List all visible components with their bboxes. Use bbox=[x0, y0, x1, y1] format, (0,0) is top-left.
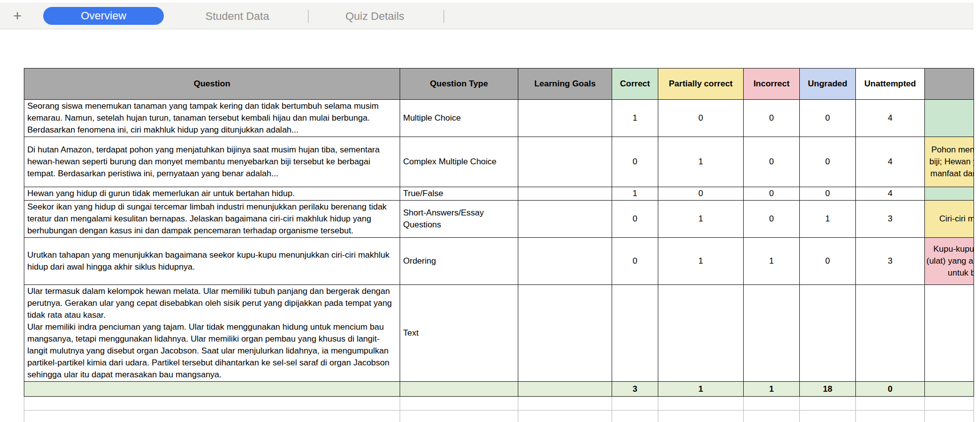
empty-cell[interactable] bbox=[612, 397, 658, 411]
partially-correct-cell[interactable]: 1 bbox=[658, 201, 744, 238]
correct-cell[interactable]: 1 bbox=[612, 187, 658, 201]
correct-cell[interactable] bbox=[612, 285, 658, 382]
note-cell[interactable]: Ciri-ciri ma bbox=[925, 201, 974, 238]
total-partially-cell[interactable]: 1 bbox=[658, 382, 744, 397]
correct-cell[interactable]: 1 bbox=[612, 100, 658, 137]
ungraded-cell[interactable]: 0 bbox=[800, 187, 856, 201]
empty-cell[interactable] bbox=[658, 411, 744, 422]
total-type-cell[interactable] bbox=[400, 382, 518, 397]
learning-goals-cell[interactable] bbox=[518, 238, 612, 285]
ungraded-cell[interactable]: 0 bbox=[800, 238, 856, 285]
empty-cell[interactable] bbox=[24, 411, 400, 422]
total-question-cell[interactable] bbox=[24, 382, 400, 397]
note-cell[interactable] bbox=[925, 100, 974, 137]
question-type-cell[interactable]: Multiple Choice bbox=[400, 100, 518, 137]
incorrect-cell[interactable]: 0 bbox=[744, 201, 800, 238]
learning-goals-cell[interactable] bbox=[518, 137, 612, 187]
table-row: Urutkan tahapan yang menunjukkan bagaima… bbox=[24, 238, 974, 285]
question-cell[interactable]: Seekor ikan yang hidup di sungai tercema… bbox=[24, 201, 400, 238]
header-question[interactable]: Question bbox=[24, 69, 400, 100]
empty-cell[interactable] bbox=[400, 397, 518, 411]
partially-correct-cell[interactable]: 0 bbox=[658, 187, 744, 201]
empty-cell[interactable] bbox=[925, 397, 974, 411]
note-cell[interactable]: Kupu-kupu d (ulat) yang ak untuk be bbox=[925, 238, 974, 285]
tab-quiz-details[interactable]: Quiz Details bbox=[341, 3, 410, 29]
quiz-overview-table: Question Question Type Learning Goals Co… bbox=[24, 68, 974, 422]
empty-cell[interactable] bbox=[400, 411, 518, 422]
unattempted-cell[interactable]: 3 bbox=[856, 201, 925, 238]
partially-correct-cell[interactable] bbox=[658, 285, 744, 382]
header-correct[interactable]: Correct bbox=[612, 69, 658, 100]
incorrect-cell[interactable]: 0 bbox=[744, 100, 800, 137]
unattempted-cell[interactable]: 4 bbox=[856, 187, 925, 201]
sheet-tab-bar: + Overview Student Data Quiz Details bbox=[0, 3, 974, 29]
empty-cell[interactable] bbox=[744, 397, 800, 411]
question-type-cell[interactable]: True/False bbox=[400, 187, 518, 201]
note-text: untuk be bbox=[925, 267, 973, 279]
learning-goals-cell[interactable] bbox=[518, 201, 612, 238]
empty-cell[interactable] bbox=[800, 411, 856, 422]
empty-cell[interactable] bbox=[856, 411, 925, 422]
question-type-cell[interactable]: Ordering bbox=[400, 238, 518, 285]
unattempted-cell[interactable]: 3 bbox=[856, 238, 925, 285]
question-type-cell[interactable]: Complex Multiple Choice bbox=[400, 137, 518, 187]
header-question-type[interactable]: Question Type bbox=[400, 69, 518, 100]
tab-separator bbox=[443, 10, 444, 23]
empty-cell[interactable] bbox=[744, 411, 800, 422]
empty-cell[interactable] bbox=[518, 411, 612, 422]
ungraded-cell[interactable]: 1 bbox=[800, 201, 856, 238]
total-incorrect-cell[interactable]: 1 bbox=[744, 382, 800, 397]
empty-cell[interactable] bbox=[856, 397, 925, 411]
total-learning-goals-cell[interactable] bbox=[518, 382, 612, 397]
header-unattempted[interactable]: Unattempted bbox=[856, 69, 925, 100]
partially-correct-cell[interactable]: 0 bbox=[658, 100, 744, 137]
empty-cell[interactable] bbox=[658, 397, 744, 411]
incorrect-cell[interactable] bbox=[744, 285, 800, 382]
empty-cell[interactable] bbox=[612, 411, 658, 422]
incorrect-cell[interactable]: 0 bbox=[744, 137, 800, 187]
empty-cell[interactable] bbox=[925, 411, 974, 422]
header-learning-goals[interactable]: Learning Goals bbox=[518, 69, 612, 100]
note-text: Pohon menu bbox=[925, 144, 973, 156]
learning-goals-cell[interactable] bbox=[518, 100, 612, 137]
ungraded-cell[interactable] bbox=[800, 285, 856, 382]
unattempted-cell[interactable]: 4 bbox=[856, 137, 925, 187]
question-type-cell[interactable]: Text bbox=[400, 285, 518, 382]
question-cell[interactable]: Urutkan tahapan yang menunjukkan bagaima… bbox=[24, 238, 400, 285]
ungraded-cell[interactable]: 0 bbox=[800, 100, 856, 137]
question-cell[interactable]: Seorang siswa menemukan tanaman yang tam… bbox=[24, 100, 400, 137]
incorrect-cell[interactable]: 1 bbox=[744, 238, 800, 285]
partially-correct-cell[interactable]: 1 bbox=[658, 137, 744, 187]
empty-cell[interactable] bbox=[24, 397, 400, 411]
header-ungraded[interactable]: Ungraded bbox=[800, 69, 856, 100]
correct-cell[interactable]: 0 bbox=[612, 238, 658, 285]
unattempted-cell[interactable]: 4 bbox=[856, 100, 925, 137]
unattempted-cell[interactable] bbox=[856, 285, 925, 382]
note-cell[interactable] bbox=[925, 187, 974, 201]
note-cell[interactable]: Pohon menu biji; Hewan y manfaat dari bbox=[925, 137, 974, 187]
tab-student-data[interactable]: Student Data bbox=[201, 3, 274, 29]
question-cell[interactable]: Ular termasuk dalam kelompok hewan melat… bbox=[24, 285, 400, 382]
partially-correct-cell[interactable]: 1 bbox=[658, 238, 744, 285]
header-notes[interactable] bbox=[925, 69, 974, 100]
header-incorrect[interactable]: Incorrect bbox=[744, 69, 800, 100]
tab-overview[interactable]: Overview bbox=[43, 7, 164, 25]
empty-cell[interactable] bbox=[800, 397, 856, 411]
ungraded-cell[interactable]: 0 bbox=[800, 137, 856, 187]
question-cell[interactable]: Di hutan Amazon, terdapat pohon yang men… bbox=[24, 137, 400, 187]
learning-goals-cell[interactable] bbox=[518, 285, 612, 382]
total-correct-cell[interactable]: 3 bbox=[612, 382, 658, 397]
question-type-cell[interactable]: Short-Answers/Essay Questions bbox=[400, 201, 518, 238]
note-cell[interactable] bbox=[925, 285, 974, 382]
incorrect-cell[interactable]: 0 bbox=[744, 187, 800, 201]
total-ungraded-cell[interactable]: 18 bbox=[800, 382, 856, 397]
total-unattempted-cell[interactable]: 0 bbox=[856, 382, 925, 397]
learning-goals-cell[interactable] bbox=[518, 187, 612, 201]
question-cell[interactable]: Hewan yang hidup di gurun tidak memerluk… bbox=[24, 187, 400, 201]
add-sheet-button[interactable]: + bbox=[9, 7, 26, 25]
empty-cell[interactable] bbox=[518, 397, 612, 411]
total-note-cell[interactable] bbox=[925, 382, 974, 397]
correct-cell[interactable]: 0 bbox=[612, 201, 658, 238]
header-partially-correct[interactable]: Partially correct bbox=[658, 69, 744, 100]
correct-cell[interactable]: 0 bbox=[612, 137, 658, 187]
